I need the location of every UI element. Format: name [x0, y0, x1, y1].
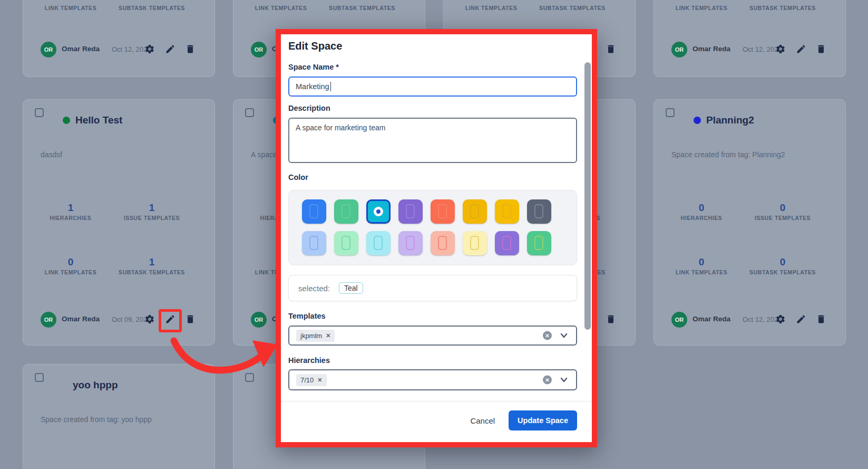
- pencil-icon: [796, 314, 806, 324]
- space-card: Hello Test dasdsf 1 HIERARCHIES1 ISSUE T…: [23, 99, 215, 346]
- swatch-glyph-icon: [342, 204, 350, 218]
- color-swatch-slate[interactable]: [527, 199, 551, 224]
- templates-label: Templates: [288, 312, 326, 320]
- card-footer: OR Omar Reda Oct 12, 2025: [654, 40, 845, 60]
- edit-space-modal: Edit Space Space Name * Marketing Descri…: [276, 29, 597, 447]
- card-checkbox[interactable]: [666, 108, 675, 117]
- delete-button[interactable]: [184, 44, 196, 55]
- color-swatch-light-yellow[interactable]: [463, 231, 487, 255]
- settings-button[interactable]: [775, 314, 786, 326]
- stat-label: ISSUE TEMPLATES: [740, 215, 825, 221]
- gear-icon: [144, 44, 155, 54]
- card-checkbox[interactable]: [245, 108, 254, 117]
- gear-icon: [775, 314, 786, 324]
- clear-templates-button[interactable]: ✕: [543, 331, 552, 340]
- stat-value: 0: [28, 257, 113, 267]
- settings-button[interactable]: [144, 314, 155, 326]
- color-swatch-green[interactable]: [334, 199, 358, 224]
- trash-icon: [606, 44, 616, 54]
- modal-title: Edit Space: [288, 40, 342, 52]
- color-swatch-light-blue[interactable]: [302, 231, 326, 255]
- update-space-button[interactable]: Update Space: [509, 410, 577, 430]
- hierarchies-select[interactable]: 7/10 ✕ ✕: [288, 369, 577, 390]
- remove-tag-icon[interactable]: ✕: [326, 332, 330, 339]
- stat-label: ISSUE TEMPLATES: [110, 215, 194, 221]
- color-swatch-teal[interactable]: [366, 199, 391, 224]
- color-swatch-violet[interactable]: [495, 231, 519, 255]
- selected-color-badge: Teal: [339, 282, 363, 294]
- stat-label: SUBTASK TEMPLATES: [740, 269, 825, 275]
- delete-button[interactable]: [815, 44, 827, 55]
- templates-select[interactable]: jkpmlm ✕ ✕: [288, 326, 577, 346]
- trash-icon: [816, 314, 826, 324]
- color-swatch-coral[interactable]: [431, 199, 455, 224]
- settings-button[interactable]: [144, 44, 155, 55]
- clear-icon: ✕: [545, 333, 549, 339]
- color-swatch-amber[interactable]: [463, 199, 487, 224]
- description-textarea[interactable]: A space for marketing team: [288, 118, 577, 163]
- owner-name: Omar Reda: [62, 45, 100, 53]
- stat-value: 1: [110, 257, 194, 267]
- space-description: Space created from tag: Planning2: [671, 150, 837, 159]
- template-tag-text: jkpmlm: [300, 332, 322, 340]
- settings-button[interactable]: [775, 44, 786, 55]
- swatch-glyph-icon: [309, 204, 318, 218]
- edit-button[interactable]: [795, 314, 807, 326]
- modal-scrollbar-thumb[interactable]: [584, 62, 591, 330]
- color-swatch-yellow[interactable]: [495, 199, 519, 224]
- avatar: OR: [671, 42, 687, 58]
- stat-value: 0: [740, 257, 825, 267]
- color-swatch-green-2[interactable]: [527, 231, 551, 255]
- remove-tag-icon[interactable]: ✕: [317, 377, 322, 384]
- swatch-glyph-icon: [309, 236, 318, 250]
- edit-button[interactable]: [164, 44, 176, 55]
- space-title: Hello Test: [75, 114, 122, 126]
- cancel-button[interactable]: Cancel: [470, 416, 495, 425]
- selected-color-box: selected: Teal: [288, 275, 577, 301]
- card-checkbox[interactable]: [35, 373, 44, 382]
- delete-button[interactable]: [605, 314, 617, 326]
- trash-icon: [816, 44, 826, 54]
- delete-button[interactable]: [605, 44, 617, 55]
- color-swatch-light-purple[interactable]: [398, 231, 423, 255]
- card-title-row: Planning2: [694, 114, 754, 126]
- space-description: dasdsf: [41, 150, 206, 159]
- stat-label: SUBTASK TEMPLATES: [110, 5, 194, 11]
- swatch-glyph-icon: [406, 236, 415, 250]
- stat-label: SUBTASK TEMPLATES: [530, 5, 615, 11]
- swatch-row: [302, 231, 577, 255]
- stat-label: SUBTASK TEMPLATES: [740, 5, 825, 11]
- stat-value: 1: [110, 203, 194, 213]
- color-swatch-purple[interactable]: [398, 199, 423, 224]
- swatch-glyph-icon: [502, 236, 511, 250]
- card-checkbox[interactable]: [35, 108, 44, 117]
- card-checkbox[interactable]: [245, 373, 254, 382]
- space-name-input[interactable]: Marketing: [288, 76, 577, 97]
- color-swatch-blue[interactable]: [302, 199, 326, 224]
- owner-name: Omar Reda: [693, 315, 730, 323]
- card-title-row: Hello Test: [63, 114, 122, 126]
- swatch-glyph-icon: [470, 204, 479, 218]
- stat-label: HIERARCHIES: [659, 215, 744, 221]
- swatch-glyph-icon: [502, 204, 511, 218]
- color-swatch-light-salmon[interactable]: [431, 231, 455, 255]
- space-card: Planning2 Space created from tag: Planni…: [654, 99, 846, 346]
- space-color-dot: [63, 117, 70, 124]
- space-card: yoo hppp Space created from tag: yoo hpp…: [23, 364, 215, 469]
- avatar: OR: [41, 312, 56, 328]
- space-color-dot: [694, 117, 701, 124]
- stat-label: SUBTASK TEMPLATES: [320, 5, 404, 11]
- stat-label: LINK TEMPLATES: [28, 5, 113, 11]
- delete-button[interactable]: [815, 314, 827, 326]
- color-swatch-light-green[interactable]: [334, 231, 358, 255]
- trash-icon: [185, 44, 196, 54]
- owner-name: Omar Reda: [693, 45, 730, 53]
- chevron-down-icon[interactable]: [560, 377, 568, 382]
- delete-button[interactable]: [184, 314, 196, 326]
- clear-hierarchies-button[interactable]: ✕: [543, 376, 552, 385]
- color-swatch-light-cyan[interactable]: [366, 231, 391, 255]
- space-card: LINK TEMPLATESSUBTASK TEMPLATES OR Omar …: [654, 0, 846, 77]
- chevron-down-icon[interactable]: [560, 333, 568, 338]
- swatch-glyph-icon: [534, 236, 543, 250]
- edit-button[interactable]: [795, 44, 807, 55]
